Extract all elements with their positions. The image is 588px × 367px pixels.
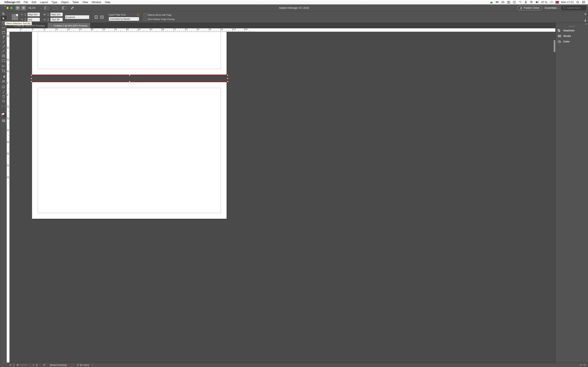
fill-stroke-swatch[interactable] — [1, 113, 6, 117]
svg-rect-38 — [2, 86, 5, 88]
gap-tool[interactable] — [1, 25, 7, 30]
orientation-landscape-button[interactable] — [99, 15, 104, 20]
svg-point-29 — [2, 65, 3, 66]
close-toolbox-icon[interactable]: × — [1, 5, 2, 7]
bridge-button[interactable]: Br — [16, 6, 20, 10]
svg-point-39 — [2, 100, 4, 102]
selected-frame[interactable] — [31, 75, 228, 82]
hand-tool[interactable] — [1, 94, 7, 99]
svg-rect-23 — [2, 32, 5, 33]
separator — [141, 13, 141, 21]
liquid-page-rule-select[interactable]: Controlled by Master ⌵ — [109, 17, 139, 21]
y-input[interactable] — [27, 17, 40, 22]
screen-mode-button[interactable] — [1, 118, 7, 123]
document-canvas[interactable] — [9, 32, 284, 177]
separator — [91, 13, 92, 21]
x-stepper[interactable]: ▴▾ — [24, 13, 26, 16]
w-stepper[interactable]: ▴▾ — [47, 13, 49, 16]
separator — [106, 13, 107, 21]
svg-rect-28 — [2, 59, 5, 62]
stock-button[interactable]: St — [21, 6, 26, 10]
view-options-1[interactable]: ⌵ — [44, 6, 50, 9]
line-tool[interactable] — [1, 39, 7, 44]
page-size-preset[interactable]: [Custom] ⌵ — [65, 15, 89, 19]
page-margin-guide — [38, 88, 221, 177]
x-label: X: — [20, 13, 23, 16]
vertical-ruler[interactable]: 485460660612182430364248 — [7, 32, 9, 177]
menu-view[interactable]: View — [81, 1, 90, 4]
gradient-swatch-tool[interactable] — [1, 74, 7, 79]
zoom-dropdown-icon[interactable]: ⌵ — [40, 7, 42, 9]
y-label: Y: — [20, 18, 23, 21]
orientation-portrait-button[interactable] — [94, 15, 99, 20]
master-overlay-label: Show Master Page Overlay — [147, 18, 175, 20]
tool-tooltip: Direct Selection Tool (A) — [5, 22, 32, 25]
svg-rect-41 — [2, 120, 5, 122]
page-2[interactable] — [32, 82, 227, 177]
menu-window[interactable]: Window — [90, 1, 103, 4]
gpu-perf-icon[interactable] — [71, 6, 74, 10]
svg-line-40 — [4, 101, 5, 102]
horizontal-ruler[interactable]: 606121824303642485460667278849096102108 — [7, 28, 284, 32]
master-overlay-checkbox-row[interactable]: Show Master Page Overlay — [144, 18, 175, 21]
liquid-page-rule-label: Liquid Page Rule: — [109, 13, 126, 16]
menu-object[interactable]: Object — [59, 1, 71, 4]
zoom-tool[interactable] — [1, 99, 7, 103]
checkbox-icon — [144, 18, 146, 21]
pen-tool[interactable] — [1, 44, 7, 49]
svg-rect-22 — [100, 16, 103, 18]
page-size-value: [Custom] — [66, 16, 75, 18]
fill-stroke-toggle[interactable] — [1, 105, 6, 107]
mode-normal-preview[interactable]: T — [1, 110, 6, 112]
objects-move-label: Objects Move with Page — [147, 14, 172, 16]
menu-help[interactable]: Help — [103, 1, 112, 4]
w-label: W: — [43, 13, 46, 16]
menu-app-name[interactable]: InDesign CC — [4, 1, 20, 4]
page-1[interactable] — [32, 32, 227, 75]
svg-point-30 — [2, 67, 3, 67]
h-stepper[interactable]: ▴▾ — [47, 18, 49, 21]
menu-type[interactable]: Type — [50, 1, 59, 4]
svg-rect-36 — [2, 76, 5, 78]
svg-rect-34 — [2, 69, 3, 70]
document-tab-untitled[interactable]: × *Untitled-2 @ 54% [GPU Preview] — [48, 23, 90, 28]
svg-rect-33 — [3, 70, 5, 72]
reference-point-grid[interactable] — [12, 14, 18, 20]
gradient-feather-tool[interactable] — [1, 79, 7, 83]
pencil-tool[interactable] — [1, 49, 7, 53]
chevron-left-icon[interactable]: ◂◂ — [4, 5, 6, 7]
checkbox-icon — [144, 14, 146, 16]
menu-file[interactable]: File — [22, 1, 30, 4]
objects-move-checkbox-row[interactable]: Objects Move with Page — [144, 14, 175, 16]
chevron-down-icon: ⌵ — [87, 16, 88, 18]
page-margin-guide — [38, 32, 221, 69]
menu-table[interactable]: Table — [70, 1, 80, 4]
content-collector-tool[interactable] — [1, 30, 7, 35]
close-tab-icon[interactable]: × — [51, 25, 52, 27]
document-tabs: × *CV.indd @ 75% [GPU Preview] × *Untitl… — [7, 23, 284, 28]
rectangle-frame-tool[interactable] — [1, 53, 7, 58]
selection-tool[interactable] — [1, 11, 7, 16]
window-zoom-button[interactable] — [10, 7, 13, 9]
note-tool[interactable] — [1, 85, 7, 89]
svg-line-24 — [2, 41, 5, 43]
rectangle-tool[interactable] — [1, 58, 7, 63]
menu-layout[interactable]: Layout — [38, 1, 50, 4]
type-tool[interactable] — [1, 35, 7, 39]
w-input[interactable] — [50, 12, 63, 17]
view-options-2[interactable]: ⌵ — [53, 6, 59, 9]
y-stepper[interactable]: ▴▾ — [24, 18, 26, 21]
x-input[interactable] — [27, 12, 40, 17]
free-transform-tool[interactable] — [1, 68, 7, 73]
app-titlebar: Br St 54,1% ⌵ ⌵ ⌵ ⌵ Adobe InDesign CC 20… — [0, 4, 284, 11]
chevron-down-icon: ⌵ — [137, 18, 138, 20]
menu-edit[interactable]: Edit — [30, 1, 38, 4]
svg-rect-21 — [95, 16, 97, 18]
direct-selection-tool[interactable] — [1, 16, 7, 21]
scissors-tool[interactable] — [1, 64, 7, 68]
svg-line-32 — [3, 66, 5, 67]
eyedropper-tool[interactable] — [1, 89, 7, 94]
h-input[interactable] — [50, 17, 63, 22]
arrange-documents[interactable]: ⌵ — [62, 6, 68, 9]
zoom-level[interactable]: 54,1% — [29, 7, 38, 9]
